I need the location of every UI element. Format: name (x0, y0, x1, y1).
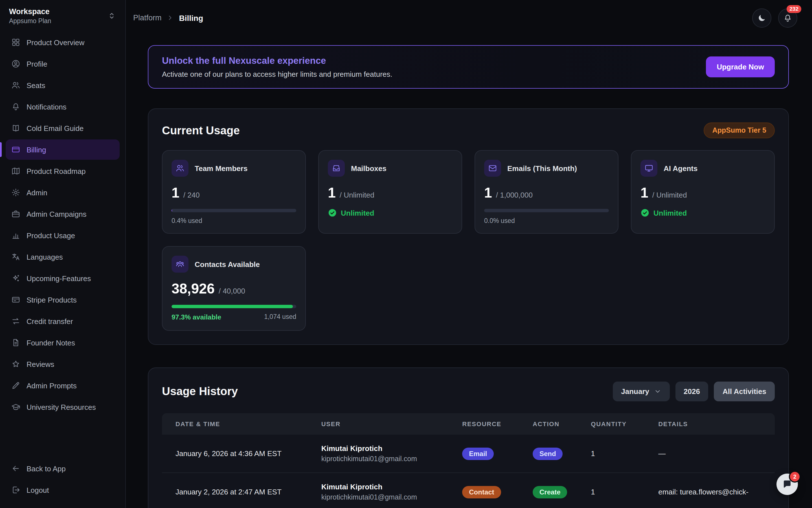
stat-team-members: Team Members 1 / 240 0.4% used (162, 150, 306, 234)
resource-badge: Email (462, 447, 494, 460)
chat-unread-badge: 2 (789, 471, 801, 482)
emails-progress-track (484, 209, 609, 212)
sidebar-item-founder-notes[interactable]: Founder Notes (6, 333, 120, 353)
sidebar-item-product-usage[interactable]: Product Usage (6, 225, 120, 246)
stat-label: AI Agents (664, 164, 697, 172)
sidebar-item-label: Languages (27, 253, 63, 261)
chat-widget-button[interactable]: 2 (776, 474, 798, 495)
sidebar-item-label: Admin Prompts (27, 381, 77, 390)
current-usage-header: Current Usage AppSumo Tier 5 (162, 123, 775, 138)
user-email: kiprotichkimutai01@gmail.com (321, 493, 462, 501)
stat-footer-text: 0.4% used (172, 217, 202, 224)
breadcrumb-billing: Billing (179, 13, 204, 22)
col-quantity: QUANTITY (591, 413, 658, 435)
sidebar-item-product-roadmap[interactable]: Product Roadmap (6, 161, 120, 181)
workspace-switcher[interactable]: Workspace Appsumo Plan (0, 0, 125, 29)
sidebar-item-cold-email-guide[interactable]: Cold Email Guide (6, 118, 120, 138)
sidebar-item-languages[interactable]: Languages (6, 247, 120, 267)
sidebar-item-university-resources[interactable]: University Resources (6, 397, 120, 417)
row-action: Create (533, 476, 591, 508)
chevrons-up-down-icon (107, 11, 116, 20)
map-icon (11, 167, 20, 175)
pencil-icon (11, 381, 20, 390)
sidebar-item-product-overview[interactable]: Product Overview (6, 32, 120, 52)
usage-history-title: Usage History (162, 385, 238, 398)
breadcrumb-platform[interactable]: Platform (133, 13, 162, 22)
upgrade-banner: Unlock the full Nexuscale experience Act… (148, 45, 789, 89)
stat-label: Team Members (195, 164, 247, 172)
users-icon (11, 81, 20, 90)
table-row: January 2, 2026 at 2:47 AM EST Kimutai K… (162, 473, 775, 508)
theme-toggle-button[interactable] (752, 8, 771, 27)
notifications-button[interactable]: 232 (778, 8, 797, 27)
workspace-plan: Appsumo Plan (9, 17, 51, 24)
sidebar-item-upcoming-features[interactable]: Upcoming-Features (6, 268, 120, 288)
month-filter-dropdown[interactable]: January (613, 382, 670, 401)
upgrade-now-button[interactable]: Upgrade Now (706, 56, 775, 77)
sidebar-item-admin-prompts[interactable]: Admin Prompts (6, 375, 120, 396)
sidebar: Workspace Appsumo Plan Product Overview … (0, 0, 126, 508)
sidebar-item-label: Profile (27, 59, 47, 68)
row-user: Kimutai Kiprotich kiprotichkimutai01@gma… (321, 473, 462, 508)
credit-card-icon (11, 145, 20, 154)
sidebar-item-admin-campaigns[interactable]: Admin Campaigns (6, 204, 120, 224)
contacts-progress-fill (172, 305, 293, 308)
activity-filter-button[interactable]: All Activities (714, 382, 775, 401)
book-icon (11, 124, 20, 133)
contacts-progress-track (172, 305, 296, 308)
sidebar-item-back-to-app[interactable]: Back to App (6, 458, 120, 479)
sidebar-item-profile[interactable]: Profile (6, 54, 120, 74)
topbar-actions: 232 (752, 8, 797, 27)
year-filter-button[interactable]: 2026 (675, 382, 709, 401)
star-icon (11, 359, 20, 369)
academic-cap-icon (11, 403, 20, 412)
stat-limit: / Unlimited (340, 191, 374, 199)
resource-badge: Contact (462, 486, 501, 498)
workspace-info: Workspace Appsumo Plan (9, 7, 51, 24)
stat-contacts-available: Contacts Available 38,926 / 40,000 97.3%… (162, 246, 306, 331)
sidebar-item-label: Back to App (27, 464, 66, 473)
sidebar-item-label: Admin (27, 188, 47, 197)
sidebar-item-stripe-products[interactable]: Stripe Products (6, 290, 120, 310)
contacts-group-icon (172, 256, 188, 272)
sidebar-footer: Back to App Logout (0, 458, 125, 508)
sidebar-item-admin[interactable]: Admin (6, 182, 120, 203)
sidebar-item-label: Stripe Products (27, 295, 77, 304)
bar-chart-icon (11, 231, 20, 240)
user-name: Kimutai Kiprotich (321, 444, 462, 453)
chevron-right-icon (167, 14, 174, 22)
unlimited-status: Unlimited (653, 209, 687, 217)
current-usage-title: Current Usage (162, 124, 240, 137)
row-datetime: January 6, 2026 at 4:36 AM EST (162, 440, 321, 467)
sidebar-item-credit-transfer[interactable]: Credit transfer (6, 311, 120, 331)
sidebar-item-label: Notifications (27, 102, 66, 111)
sidebar-item-label: University Resources (27, 403, 96, 411)
col-date-time: DATE & TIME (162, 413, 321, 435)
sidebar-item-notifications[interactable]: Notifications (6, 96, 120, 117)
card-icon (11, 295, 20, 304)
sidebar-item-label: Reviews (27, 360, 54, 368)
upgrade-banner-title: Unlock the full Nexuscale experience (162, 55, 393, 66)
table-row: January 6, 2026 at 4:36 AM EST Kimutai K… (162, 435, 775, 473)
stat-limit: / Unlimited (652, 191, 687, 199)
chevron-down-icon (654, 388, 661, 395)
logout-icon (11, 485, 20, 495)
row-details: email: turea.flowers@chick- (658, 478, 775, 506)
sidebar-item-label: Admin Campaigns (27, 210, 86, 218)
monitor-icon (640, 160, 658, 177)
stat-grid: Team Members 1 / 240 0.4% used M (162, 150, 775, 331)
sidebar-item-logout[interactable]: Logout (6, 480, 120, 500)
sidebar-item-label: Credit transfer (27, 317, 73, 326)
sidebar-item-reviews[interactable]: Reviews (6, 354, 120, 374)
upgrade-banner-text: Unlock the full Nexuscale experience Act… (162, 55, 393, 79)
billing-dashboard: Workspace Appsumo Plan Product Overview … (0, 0, 812, 508)
contacts-used: 1,074 used (264, 313, 296, 321)
main-area: Platform Billing 232 Unlock the full Nex… (126, 0, 812, 508)
row-quantity: 1 (591, 440, 658, 467)
sidebar-item-billing[interactable]: Billing (6, 139, 120, 160)
row-resource: Email (462, 438, 533, 469)
sidebar-item-label: Seats (27, 81, 45, 89)
stat-limit: / 240 (183, 191, 200, 199)
sidebar-item-seats[interactable]: Seats (6, 75, 120, 95)
envelope-icon (484, 160, 501, 177)
